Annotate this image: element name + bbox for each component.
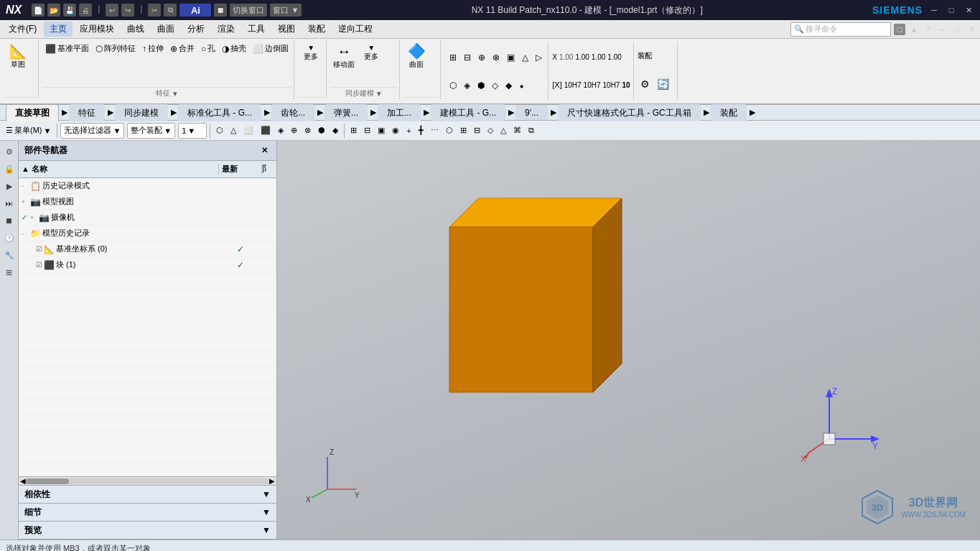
menu-curve[interactable]: 曲线 [121, 22, 150, 37]
std-icon-4[interactable]: ⊗ [490, 50, 503, 65]
snap-icon-6[interactable]: ╋ [416, 123, 426, 139]
pn-close-icon[interactable]: ✕ [258, 143, 271, 159]
scope-dropdown[interactable]: 整个装配 ▼ [127, 123, 175, 139]
3d-view-icon[interactable]: 🔲 [214, 4, 227, 17]
tab-mach[interactable]: 加工... [378, 104, 421, 121]
menu-win-restore[interactable]: □ [951, 24, 963, 35]
ribbon-btn-more2[interactable]: ▼ 更多 [358, 42, 384, 64]
sel-icon-3[interactable]: ⬜ [241, 123, 256, 139]
sel-icon-1[interactable]: ⬡ [213, 123, 226, 139]
ribbon-btn-extrude[interactable]: ↑ 拉伸 [139, 42, 167, 55]
menu-view[interactable]: 视图 [272, 22, 301, 37]
ribbon-btn-edge-round[interactable]: ⬜ 边倒圆 [250, 42, 291, 55]
window-switch-icon[interactable]: 切换窗口 [230, 4, 267, 17]
pn-row-model-view[interactable]: + 📷 模型视图 [19, 194, 276, 210]
minimize-button[interactable]: ─ [928, 4, 940, 16]
menu-file[interactable]: 文件(F) [3, 22, 42, 37]
cut-icon[interactable]: ✂ [148, 4, 161, 17]
sel-icon-4[interactable]: ⬛ [258, 123, 274, 139]
std-icon-3[interactable]: ⊕ [475, 50, 488, 65]
std-icon-7[interactable]: ▷ [533, 50, 545, 65]
tab-std-tools[interactable]: 标准化工具 - G... [178, 104, 261, 121]
std-icon-2[interactable]: ⊟ [461, 50, 474, 65]
snap-icon-10[interactable]: ⊟ [471, 123, 483, 139]
sidebar-wrench-icon[interactable]: 🔧 [1, 247, 17, 263]
sel-icon-8[interactable]: ⬢ [315, 123, 328, 139]
std-icon-12[interactable]: ◆ [503, 78, 515, 93]
menu-win-minimize[interactable]: ─ [937, 24, 948, 35]
snap-icon-4[interactable]: ◉ [389, 123, 402, 139]
pn-row-model-history[interactable]: - 📁 模型历史记录 [19, 226, 276, 241]
std-icon-1[interactable]: ⊞ [447, 50, 459, 65]
pn-panel-dependency-header[interactable]: 相依性 ▼ [19, 486, 276, 503]
tab-dim[interactable]: 尺寸快速格式化工具 - GC工具箱 [558, 104, 701, 121]
window-icon[interactable]: 窗口 ▼ [270, 4, 302, 17]
snap-icon-14[interactable]: ⧉ [526, 123, 537, 139]
std-icon-11[interactable]: ◇ [489, 78, 501, 93]
assembly-icon-2[interactable]: 🔄 [654, 76, 672, 92]
sidebar-grid-icon[interactable]: ⊞ [1, 264, 17, 280]
copy-icon[interactable]: ⧉ [164, 4, 177, 17]
undo-icon[interactable]: ↩ [106, 4, 118, 17]
pn-row-history-mode[interactable]: - 📋 历史记录模式 [19, 178, 276, 194]
snap-icon-2[interactable]: ⊟ [361, 123, 373, 139]
sel-icon-5[interactable]: ◈ [275, 123, 286, 139]
tab-sync[interactable]: 同步建模 [115, 104, 168, 121]
snap-icon-3[interactable]: ▣ [375, 123, 388, 139]
open-icon[interactable]: 📂 [47, 4, 60, 17]
pn-scroll-thumb[interactable] [26, 478, 69, 484]
close-button[interactable]: ✕ [963, 4, 974, 16]
tab-direct-sketch[interactable]: 直接草图 [6, 104, 59, 121]
menu-win-close[interactable]: ✕ [966, 24, 977, 35]
tab-spring[interactable]: 弹簧... [325, 104, 368, 121]
menu-win-btn1[interactable]: □ [894, 24, 905, 35]
std-icon-9[interactable]: ◈ [461, 78, 473, 93]
sidebar-play-icon[interactable]: ▶ [1, 178, 17, 194]
menu-analysis[interactable]: 分析 [182, 22, 210, 37]
restore-button[interactable]: □ [946, 4, 957, 16]
print-icon[interactable]: 🖨 [79, 4, 92, 17]
snap-icon-12[interactable]: △ [498, 123, 509, 139]
ribbon-btn-base-plane[interactable]: ⬛ 基准平面 [42, 42, 92, 55]
ribbon-btn-surface[interactable]: 🔷 曲面 [403, 42, 429, 72]
std-icon-13[interactable]: ⬥ [516, 78, 527, 93]
std-icon-10[interactable]: ⬢ [475, 78, 487, 93]
scroll-left-btn[interactable]: ◀ [20, 477, 26, 485]
ribbon-section-label-sync[interactable]: 同步建模 ▼ [330, 87, 397, 99]
sel-icon-9[interactable]: ◆ [330, 123, 341, 139]
menu-tools[interactable]: 工具 [242, 22, 271, 37]
pn-row-block[interactable]: ☑ ⬛ 块 (1) ✓ [19, 257, 276, 273]
sidebar-stop-icon[interactable]: ⏹ [1, 213, 17, 228]
viewport[interactable]: Z Y X Z Y X [277, 141, 980, 540]
tab-9[interactable]: 9'... [515, 105, 548, 120]
tab-feature[interactable]: 特征 [69, 104, 105, 121]
pn-panel-preview-header[interactable]: 预览 ▼ [19, 522, 276, 539]
snap-icon-9[interactable]: ⊞ [457, 123, 470, 139]
save-icon[interactable]: 💾 [63, 4, 76, 17]
sidebar-lock-icon[interactable]: 🔒 [1, 161, 17, 177]
ai-btn[interactable]: Ai [179, 4, 211, 17]
filter-dropdown[interactable]: 无选择过滤器 ▼ [60, 123, 124, 139]
sel-icon-2[interactable]: △ [228, 123, 239, 139]
sidebar-clock-icon[interactable]: 🕐 [1, 230, 17, 246]
num-dropdown[interactable]: 1 ▼ [178, 123, 207, 139]
menu-win-btn2[interactable]: ▲ [908, 24, 920, 35]
pn-scroll-track[interactable] [26, 478, 269, 484]
pn-panel-detail-header[interactable]: 细节 ▼ [19, 504, 276, 521]
snap-icon-11[interactable]: ◇ [485, 123, 496, 139]
sidebar-skip-icon[interactable]: ⏭ [1, 195, 17, 211]
snap-icon-13[interactable]: ⌘ [510, 123, 524, 139]
pn-row-camera[interactable]: ✓ + 📷 摄像机 [19, 210, 276, 226]
ribbon-btn-moveface[interactable]: ↔ 移动面 [330, 42, 358, 72]
ribbon-btn-shell[interactable]: ◑ 抽壳 [219, 42, 249, 55]
ribbon-section-label-feature[interactable]: 特征 ▼ [42, 87, 291, 99]
ribbon-btn-hole[interactable]: ○ 孔 [198, 42, 218, 55]
ribbon-btn-array[interactable]: ⬡ 阵列特征 [93, 42, 139, 55]
menu-render[interactable]: 渲染 [212, 22, 241, 37]
menu-home[interactable]: 主页 [44, 22, 73, 37]
pn-scroll-bar[interactable]: ◀ ▶ [19, 476, 276, 485]
pn-row-base-coord[interactable]: ☑ 📐 基准坐标系 (0) ✓ [19, 241, 276, 257]
menu-surface[interactable]: 曲面 [151, 22, 180, 37]
std-icon-8[interactable]: ⬡ [447, 78, 459, 93]
menu-assembly[interactable]: 装配 [302, 22, 331, 37]
